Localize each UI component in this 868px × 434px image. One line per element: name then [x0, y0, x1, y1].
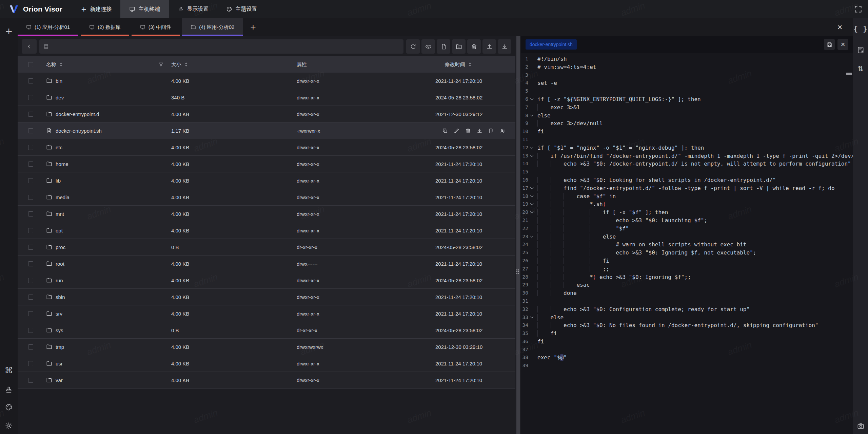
row-checkbox[interactable] — [28, 112, 33, 117]
delete-button[interactable] — [467, 39, 481, 54]
terminal-tab-4[interactable]: (4) 应用-分析02 — [182, 18, 243, 36]
table-row[interactable]: docker-entrypoint.d4.00 KBdrwxr-xr-x2021… — [18, 106, 515, 122]
preview-button[interactable] — [421, 39, 435, 54]
select-all-checkbox[interactable] — [28, 62, 33, 67]
row-checkbox[interactable] — [28, 145, 33, 150]
table-row[interactable]: var4.00 KBdrwxr-xr-x2021-11-24 17:20:10 — [18, 372, 515, 389]
row-checkbox[interactable] — [28, 278, 33, 283]
file-toolbar — [18, 36, 515, 54]
table-row[interactable]: root4.00 KBdrwx------2021-11-24 17:20:10 — [18, 256, 515, 272]
fold-icon[interactable] — [528, 200, 537, 208]
nav-item-0[interactable]: +新建连接 — [72, 0, 120, 18]
table-row[interactable]: home4.00 KBdrwxr-xr-x2021-11-24 17:20:10 — [18, 156, 515, 172]
fold-icon[interactable] — [528, 208, 537, 216]
table-row[interactable]: usr4.00 KBdrwxr-xr-x2021-11-24 17:20:10 — [18, 355, 515, 372]
filter-icon[interactable] — [158, 62, 164, 67]
code-editor[interactable]: 1#!/bin/sh2# vim:sw=4:ts=4:et34set -e56i… — [521, 53, 853, 370]
sidebar-item-screenshot[interactable] — [853, 421, 868, 431]
table-row[interactable]: docker-entrypoint.sh1.17 KB-rwxrwxr-x — [18, 122, 515, 139]
delete-icon[interactable] — [465, 128, 471, 134]
row-checkbox[interactable] — [28, 261, 33, 266]
nav-item-3[interactable]: 主题设置 — [217, 0, 266, 18]
sidebar-item-transfer[interactable]: ⇅ — [853, 64, 868, 74]
path-input[interactable] — [39, 39, 403, 54]
table-row[interactable]: mnt4.00 KBdrwxr-xr-x2021-11-24 17:20:10 — [18, 206, 515, 222]
table-row[interactable]: media4.00 KBdrwxr-xr-x2021-11-24 17:20:1… — [18, 189, 515, 206]
row-checkbox[interactable] — [28, 295, 33, 300]
nav-item-2[interactable]: 显示设置 — [169, 0, 217, 18]
fold-icon[interactable] — [528, 112, 537, 120]
row-checkbox[interactable] — [28, 311, 33, 316]
table-row[interactable]: opt4.00 KBdrwxr-xr-x2021-11-24 17:20:10 — [18, 222, 515, 239]
fullscreen-icon[interactable] — [854, 5, 863, 14]
fold-icon[interactable] — [528, 152, 537, 160]
download-button[interactable] — [498, 39, 511, 54]
table-row[interactable]: run4.00 KBdrwxr-xr-x2024-05-28 23:58:02 — [18, 272, 515, 289]
row-checkbox[interactable] — [28, 228, 33, 233]
edit-icon[interactable] — [454, 128, 459, 134]
fold-icon[interactable] — [528, 184, 537, 192]
sort-icon[interactable] — [185, 62, 188, 67]
right-sidebar: { } ⇅ — [853, 18, 868, 434]
fold-icon[interactable] — [528, 233, 537, 241]
row-checkbox[interactable] — [28, 78, 33, 83]
sidebar-item-shortcuts[interactable]: ⌘ — [0, 365, 18, 375]
file-name: root — [56, 261, 64, 267]
row-checkbox[interactable] — [28, 211, 33, 216]
sidebar-item-bookmarks[interactable] — [853, 45, 868, 55]
sidebar-item-settings[interactable] — [0, 421, 18, 431]
new-connection-button[interactable]: + — [0, 26, 18, 36]
panel-resize-handle[interactable] — [516, 269, 519, 274]
table-row[interactable]: proc0 Bdr-xr-xr-x2024-05-28 23:58:02 — [18, 239, 515, 256]
editor-close-button[interactable]: ✕ — [837, 39, 848, 50]
table-row[interactable]: dev340 Bdrwxr-xr-x2024-05-28 23:58:02 — [18, 89, 515, 106]
fold-icon[interactable] — [528, 95, 537, 103]
nav-item-1[interactable]: 主机终端 — [120, 0, 169, 18]
copy-icon[interactable] — [442, 128, 448, 134]
table-row[interactable]: sys0 Bdr-xr-xr-x2024-05-28 23:58:02 — [18, 322, 515, 339]
row-checkbox[interactable] — [28, 361, 33, 366]
sidebar-item-theme-settings[interactable] — [0, 402, 18, 412]
table-row[interactable]: srv4.00 KBdrwxr-xr-x2021-11-24 17:20:10 — [18, 305, 515, 322]
move-icon[interactable] — [488, 128, 494, 134]
close-panel-button[interactable]: ✕ — [835, 22, 845, 32]
permission-icon[interactable] — [500, 128, 506, 134]
sidebar-item-json[interactable]: { } — [853, 24, 868, 34]
add-tab-button[interactable]: + — [245, 18, 261, 36]
terminal-tab-3[interactable]: (3) 中间件 — [132, 18, 180, 36]
row-checkbox[interactable] — [28, 378, 33, 383]
save-button[interactable] — [824, 39, 835, 50]
terminal-tab-1[interactable]: (1) 应用-分析01 — [18, 18, 78, 36]
refresh-button[interactable] — [406, 39, 420, 54]
row-checkbox[interactable] — [28, 162, 33, 167]
fold-icon[interactable] — [528, 144, 537, 152]
row-checkbox[interactable] — [28, 344, 33, 350]
sort-icon[interactable] — [469, 62, 471, 67]
sort-icon[interactable] — [60, 62, 62, 67]
terminal-tab-2[interactable]: (2) 数据库 — [81, 18, 129, 36]
table-row[interactable]: lib4.00 KBdrwxr-xr-x2021-11-24 17:20:10 — [18, 172, 515, 189]
download-icon[interactable] — [477, 128, 482, 134]
table-row[interactable]: sbin4.00 KBdrwxr-xr-x2021-11-24 17:20:10 — [18, 289, 515, 305]
table-row[interactable]: bin4.00 KBdrwxr-xr-x2021-11-24 17:20:10 — [18, 73, 515, 89]
row-checkbox[interactable] — [28, 328, 33, 333]
table-row[interactable]: tmp4.00 KBdrwxrwxrwx2021-12-30 03:29:10 — [18, 339, 515, 355]
new-file-button[interactable] — [437, 39, 450, 54]
brand[interactable]: Orion Visor — [9, 4, 62, 14]
upload-button[interactable] — [482, 39, 496, 54]
editor-scrollbar[interactable] — [846, 73, 852, 75]
row-checkbox[interactable] — [28, 195, 33, 200]
file-name: media — [56, 194, 70, 200]
new-folder-button[interactable] — [452, 39, 466, 54]
row-checkbox[interactable] — [28, 245, 33, 250]
table-row[interactable]: etc4.00 KBdrwxr-xr-x2024-05-28 23:58:02 — [18, 139, 515, 156]
row-checkbox[interactable] — [28, 95, 33, 100]
editor-file-chip[interactable]: docker-entrypoint.sh — [526, 39, 577, 50]
row-checkbox[interactable] — [28, 178, 33, 183]
fold-icon[interactable] — [528, 192, 537, 201]
file-permissions: dr-xr-xr-x — [295, 244, 435, 250]
sidebar-item-display-settings[interactable] — [0, 385, 18, 395]
row-checkbox[interactable] — [28, 128, 33, 133]
fold-icon[interactable] — [528, 314, 537, 322]
back-button[interactable] — [22, 39, 37, 54]
